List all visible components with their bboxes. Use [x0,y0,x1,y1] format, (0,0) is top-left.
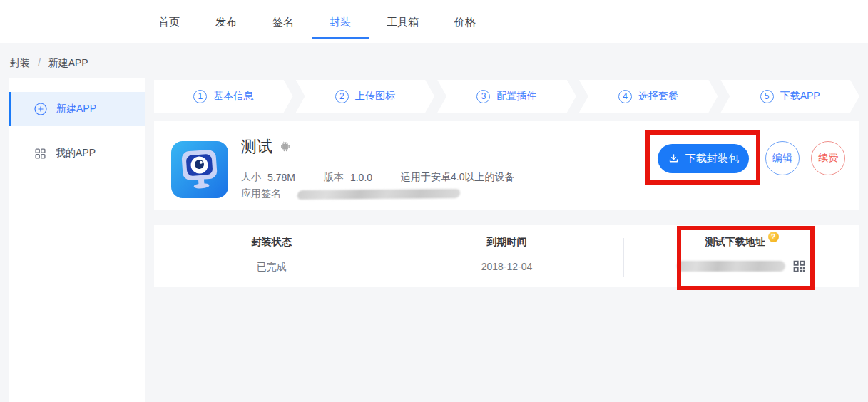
sidebar-item-label: 我的APP [56,147,96,160]
sidebar: 新建APP 我的APP [9,78,145,402]
expiry-date-column: 到期时间 2018-12-04 [389,225,625,287]
expiry-date-header: 到期时间 [487,236,527,249]
nav-item-package[interactable]: 封装 [312,0,369,39]
step-configure-plugins[interactable]: 3 配置插件 [437,80,576,113]
package-status-value: 已完成 [154,261,389,274]
expiry-date-value: 2018-12-04 [389,261,625,272]
breadcrumb-current: 新建APP [48,57,88,68]
nav-item-sign[interactable]: 签名 [255,0,312,39]
signature-label: 应用签名 [241,187,281,200]
download-package-button[interactable]: 下载封装包 [658,144,749,173]
sidebar-item-new-app[interactable]: 新建APP [9,92,145,126]
app-meta-row: 大小 5.78M 版本 1.0.0 适用于安卓4.0以上的设备 [241,171,515,184]
status-card: 封装状态 已完成 到期时间 2018-12-04 测试下载地址 ? [154,225,859,287]
nav-item-home[interactable]: 首页 [141,0,198,39]
nav-item-price[interactable]: 价格 [436,0,494,39]
breadcrumb-section[interactable]: 封装 [10,57,30,68]
size-value: 5.78M [267,172,295,183]
grid-icon [34,148,46,160]
size-label: 大小 [241,171,261,184]
sidebar-item-label: 新建APP [56,103,96,115]
signature-redacted-blur [297,189,461,200]
step-download-app[interactable]: 5 下载APP [720,80,859,113]
download-url-redacted-blur[interactable] [677,261,785,272]
step-choose-plan[interactable]: 4 选择套餐 [579,80,718,113]
test-download-header: 测试下载地址 [705,236,765,249]
package-status-column: 封装状态 已完成 [154,225,389,287]
nav-item-publish[interactable]: 发布 [198,0,255,39]
step-number-badge: 3 [476,90,490,103]
main-nav: 首页 发布 签名 封装 工具箱 价格 [141,0,494,39]
app-icon [171,141,228,198]
breadcrumb-separator: / [38,57,41,68]
app-title: 测试 [241,136,272,158]
package-status-header: 封装状态 [252,236,292,249]
nav-item-toolbox[interactable]: 工具箱 [369,0,436,39]
android-icon [279,140,292,153]
step-number-badge: 1 [193,90,207,103]
compat-text: 适用于安卓4.0以上的设备 [401,171,514,184]
step-number-badge: 2 [335,90,349,103]
step-number-badge: 4 [618,90,632,103]
version-value: 1.0.0 [350,172,372,183]
qr-code-icon[interactable] [792,259,807,274]
version-label: 版本 [324,171,344,184]
top-header: 首页 发布 签名 封装 工具箱 价格 [0,0,868,43]
sidebar-item-my-app[interactable]: 我的APP [9,136,145,170]
signature-row: 应用签名 [241,187,460,200]
step-wizard: 1 基本信息 2 上传图标 3 配置插件 4 选择套餐 5 下载APP [154,80,859,113]
breadcrumb: 封装 / 新建APP [10,57,88,70]
edit-button[interactable]: 编辑 [765,141,800,175]
step-basic-info[interactable]: 1 基本信息 [154,80,293,113]
test-download-column: 测试下载地址 ? [624,225,859,287]
step-upload-icon[interactable]: 2 上传图标 [296,80,435,113]
download-icon [668,153,680,165]
step-number-badge: 5 [760,90,774,103]
plus-circle-icon [34,103,47,115]
renew-button[interactable]: 续费 [811,141,845,175]
app-card: 测试 大小 5.78M 版本 1.0.0 适用于安卓4.0以上的设备 应用签名 [154,121,859,210]
help-icon[interactable]: ? [768,232,779,242]
